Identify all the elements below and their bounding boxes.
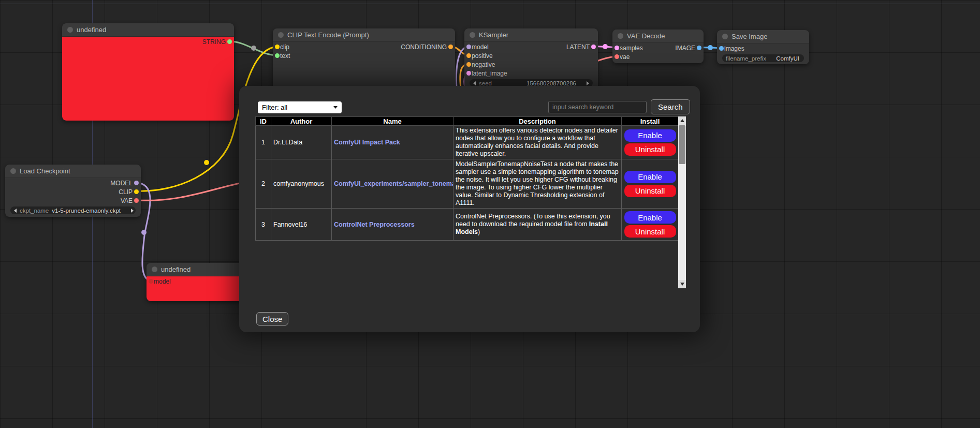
scroll-down-button[interactable] [678, 280, 686, 288]
custom-nodes-manager-dialog: Filter: all Search ID Author Name Descri… [239, 86, 700, 332]
node-header[interactable]: CLIP Text Encode (Prompt) [273, 28, 455, 42]
node-header[interactable]: undefined [62, 23, 234, 37]
enable-button[interactable]: Enable [624, 171, 676, 183]
cell-name: ComfyUI Impact Pack [332, 126, 454, 159]
scroll-up-button[interactable] [678, 116, 686, 125]
slot-row: clip CONDITIONING [273, 42, 455, 51]
input-slot-label: negative [472, 61, 495, 68]
wire-dot-image[interactable] [708, 45, 713, 50]
output-slot-label: CLIP [119, 188, 133, 196]
input-slot-model[interactable] [466, 45, 471, 49]
input-slot-label: model [472, 43, 489, 51]
output-slot-conditioning[interactable] [448, 45, 453, 49]
cell-description: ModelSamplerTonemapNoiseTest a node that… [454, 159, 622, 209]
node-title: KSampler [479, 31, 508, 39]
filename-prefix-widget[interactable]: filename_prefix ComfyUI [722, 54, 804, 62]
uninstall-button[interactable]: Uninstall [624, 185, 676, 197]
collapse-dot-icon[interactable] [278, 32, 284, 38]
widget-label: ckpt_name [20, 208, 49, 214]
table-row: 3 Fannovel16 ControlNet Preprocessors Co… [256, 209, 679, 241]
enable-button[interactable]: Enable [624, 129, 676, 142]
input-slot-samples[interactable] [615, 46, 619, 50]
input-slot-latent-image[interactable] [466, 71, 471, 76]
output-slot-string[interactable] [227, 39, 232, 44]
slot-row: VAE [5, 196, 141, 205]
collapse-dot-icon[interactable] [152, 267, 157, 272]
cell-install: Enable Uninstall [622, 126, 679, 159]
extensions-table: ID Author Name Description Install 1 Dr.… [255, 116, 679, 241]
node-body: images filename_prefix ComfyUI [717, 43, 809, 62]
output-slot-model[interactable] [134, 181, 139, 185]
node-undefined-top[interactable]: undefined STRING [62, 23, 234, 121]
slot-row: negative [464, 60, 598, 69]
filter-select[interactable]: Filter: all [258, 101, 342, 113]
slot-row: text [273, 51, 455, 60]
table-row: 1 Dr.Lt.Data ComfyUI Impact Pack This ex… [256, 126, 679, 159]
input-slot-label: text [280, 52, 290, 60]
output-slot-image[interactable] [697, 46, 701, 50]
scrollbar-thumb[interactable] [679, 125, 685, 164]
output-slot-label: IMAGE [675, 45, 695, 52]
collapse-dot-icon[interactable] [10, 168, 16, 174]
slot-row: CLIP [5, 187, 141, 196]
input-slot-model[interactable] [149, 279, 153, 284]
collapse-dot-icon[interactable] [67, 27, 73, 33]
col-header-description: Description [454, 117, 622, 126]
node-vae-decode[interactable]: VAE Decode samples IMAGE vae [612, 29, 704, 63]
input-slot-label: clip [280, 43, 289, 51]
scrollbar[interactable] [678, 116, 686, 288]
output-slot-latent[interactable] [591, 45, 596, 49]
enable-button[interactable]: Enable [624, 211, 676, 224]
input-slot-clip[interactable] [275, 45, 280, 49]
ckpt-name-widget[interactable]: ckpt_name v1-5-pruned-emaonly.ckpt [10, 206, 136, 214]
input-slot-label: vae [620, 53, 630, 61]
input-slot-label: images [724, 45, 744, 52]
slot-row: STRING [62, 37, 234, 46]
wire-dot-latent[interactable] [603, 44, 608, 49]
node-ksampler[interactable]: KSampler model LATENT positive negative … [464, 28, 598, 92]
next-arrow-icon[interactable] [131, 209, 134, 213]
extension-link[interactable]: ControlNet Preprocessors [334, 221, 415, 228]
cell-name: ComfyUI_experiments/sampler_tonemap [332, 159, 454, 209]
search-input[interactable] [548, 101, 647, 113]
output-slot-label: MODEL [110, 180, 133, 187]
wire-dot-string[interactable] [251, 46, 256, 51]
cell-author: Fannovel16 [271, 209, 332, 241]
filter-selected-value: Filter: all [262, 104, 287, 111]
node-header[interactable]: KSampler [464, 28, 598, 42]
node-body: model LATENT positive negative latent_im… [464, 42, 598, 87]
widget-label: filename_prefix [726, 55, 766, 62]
uninstall-button[interactable]: Uninstall [624, 225, 676, 238]
close-button[interactable]: Close [256, 312, 288, 326]
output-slot-vae[interactable] [134, 198, 139, 203]
decrement-arrow-icon[interactable] [473, 81, 476, 85]
extension-link[interactable]: ComfyUI_experiments/sampler_tonemap [334, 180, 454, 187]
uninstall-button[interactable]: Uninstall [624, 143, 676, 156]
collapse-dot-icon[interactable] [618, 33, 623, 39]
table-header-row: ID Author Name Description Install [256, 117, 679, 126]
previous-arrow-icon[interactable] [14, 209, 17, 213]
output-slot-label: LATENT [566, 43, 590, 51]
arrow-up-icon [680, 119, 684, 122]
collapse-dot-icon[interactable] [470, 32, 475, 38]
slot-row: MODEL [5, 179, 141, 187]
node-header[interactable]: Save Image [717, 30, 809, 43]
collapse-dot-icon[interactable] [722, 34, 728, 39]
search-button[interactable]: Search [651, 99, 690, 114]
node-header[interactable]: Load Checkpoint [5, 165, 141, 178]
output-slot-clip[interactable] [134, 189, 139, 194]
node-header[interactable]: VAE Decode [612, 29, 704, 43]
extension-link[interactable]: ComfyUI Impact Pack [334, 139, 400, 146]
node-body: MODEL CLIP VAE ckpt_name v1-5-pruned-ema… [5, 178, 141, 214]
input-slot-negative[interactable] [466, 62, 471, 67]
wire-dot-clip[interactable] [204, 160, 209, 165]
node-save-image[interactable]: Save Image images filename_prefix ComfyU… [717, 30, 809, 64]
node-load-checkpoint[interactable]: Load Checkpoint MODEL CLIP VAE ckpt_name… [5, 165, 141, 217]
input-slot-text[interactable] [275, 53, 280, 58]
cell-id: 1 [256, 126, 271, 159]
input-slot-vae[interactable] [615, 54, 619, 59]
input-slot-images[interactable] [719, 46, 724, 51]
increment-arrow-icon[interactable] [587, 81, 589, 85]
wire-dot-model[interactable] [141, 230, 147, 235]
input-slot-positive[interactable] [466, 53, 471, 58]
